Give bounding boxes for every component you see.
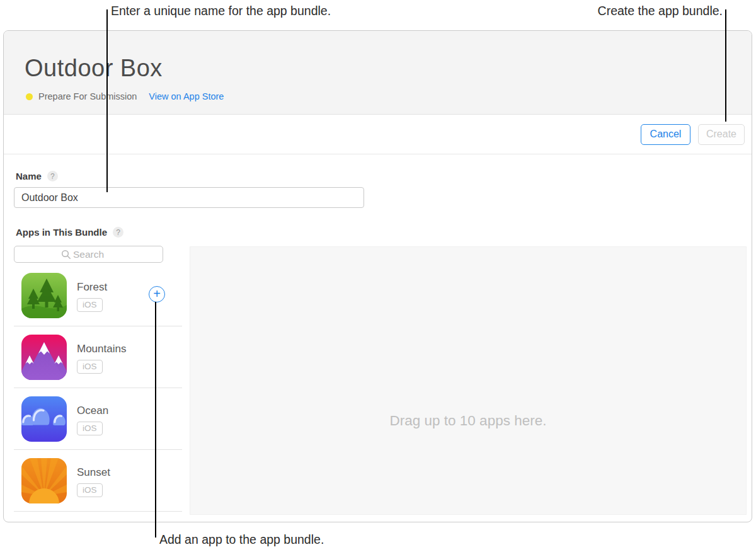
name-label: Name xyxy=(16,171,42,181)
add-app-button[interactable]: + xyxy=(149,286,165,302)
mountains-app-icon xyxy=(21,335,67,380)
apps-in-bundle-label: Apps in This Bundle xyxy=(16,227,107,238)
create-callout-line xyxy=(725,9,726,122)
app-name: Ocean xyxy=(77,405,108,417)
app-row-ocean[interactable]: Ocean iOS xyxy=(14,388,182,450)
status-row: Prepare For Submission View on App Store xyxy=(26,91,224,102)
panel-header: Outdoor Box Prepare For Submission View … xyxy=(4,31,752,115)
status-badge: Prepare For Submission xyxy=(38,91,137,101)
platform-badge: iOS xyxy=(77,360,103,374)
bundle-dropzone[interactable]: Drag up to 10 apps here. xyxy=(190,246,747,515)
bundle-editor-panel: Outdoor Box Prepare For Submission View … xyxy=(3,30,752,522)
page-title: Outdoor Box xyxy=(25,55,163,82)
apps-help-icon[interactable]: ? xyxy=(113,227,123,238)
create-button[interactable]: Create xyxy=(698,124,745,145)
platform-badge: iOS xyxy=(77,483,103,497)
page: Enter a unique name for the app bundle. … xyxy=(0,0,756,552)
sunset-app-icon xyxy=(21,458,67,503)
status-dot-icon xyxy=(26,93,33,100)
app-row-sunset[interactable]: Sunset iOS xyxy=(14,450,182,512)
search-field xyxy=(14,246,163,263)
platform-badge: iOS xyxy=(77,298,103,312)
add-callout-text: Add an app to the app bundle. xyxy=(159,532,324,547)
app-name: Sunset xyxy=(77,466,110,479)
toolbar: Cancel Create xyxy=(4,115,752,154)
dropzone-label: Drag up to 10 apps here. xyxy=(190,413,746,429)
forest-app-icon xyxy=(21,273,67,318)
app-row-mountains[interactable]: Mountains iOS xyxy=(14,326,182,388)
platform-badge: iOS xyxy=(77,422,103,435)
create-callout-text: Create the app bundle. xyxy=(598,4,723,18)
add-callout-line xyxy=(155,302,156,538)
name-callout-text: Enter a unique name for the app bundle. xyxy=(111,4,331,18)
bundle-name-input[interactable] xyxy=(14,187,364,208)
search-input[interactable] xyxy=(14,246,163,263)
name-callout-line xyxy=(106,9,108,192)
app-name: Forest xyxy=(77,281,107,294)
name-help-icon[interactable]: ? xyxy=(47,171,58,181)
view-on-app-store-link[interactable]: View on App Store xyxy=(149,91,224,101)
cancel-button[interactable]: Cancel xyxy=(641,124,690,145)
app-name: Mountains xyxy=(77,343,126,355)
ocean-app-icon xyxy=(21,396,67,442)
